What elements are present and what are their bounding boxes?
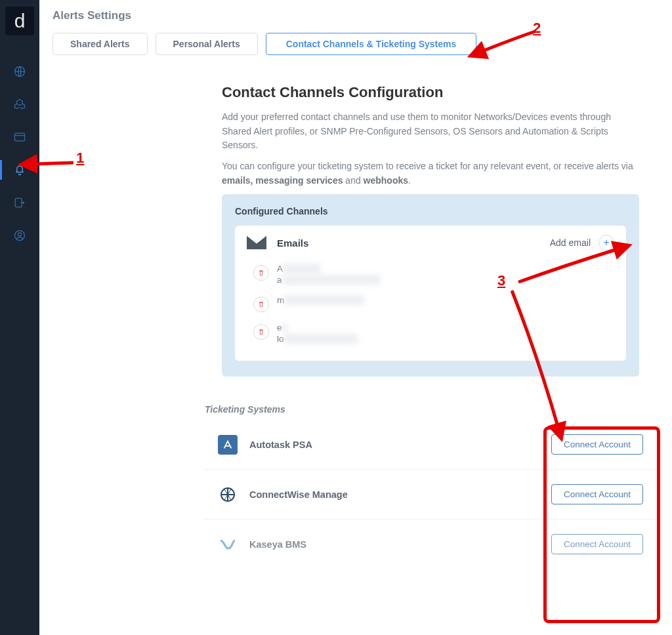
ticketing-heading: Ticketing Systems bbox=[205, 404, 658, 415]
sidebar-item-dashboard[interactable] bbox=[0, 121, 39, 154]
delete-email-button[interactable] bbox=[253, 324, 269, 340]
sidebar-item-account[interactable] bbox=[0, 219, 39, 252]
cubes-icon bbox=[13, 98, 26, 111]
annotation-3: 3 bbox=[497, 272, 505, 289]
tab-contact-channels[interactable]: Contact Channels & Ticketing Systems bbox=[266, 33, 477, 55]
device-arrow-icon bbox=[13, 196, 26, 209]
trash-icon bbox=[257, 300, 265, 308]
config-para-2: You can configure your ticketing system … bbox=[222, 159, 639, 188]
connectwise-icon bbox=[218, 485, 238, 504]
sidebar: d bbox=[0, 0, 39, 635]
ticketing-name: ConnectWise Manage bbox=[249, 489, 348, 500]
kaseya-icon bbox=[218, 535, 238, 554]
emails-label: Emails bbox=[277, 237, 308, 249]
user-circle-icon bbox=[13, 229, 26, 242]
delete-email-button[interactable] bbox=[253, 265, 269, 281]
configured-title: Configured Channels bbox=[235, 206, 626, 216]
arrow-3a bbox=[505, 243, 637, 289]
annotation-2: 2 bbox=[533, 20, 541, 37]
trash-icon bbox=[257, 269, 265, 277]
annotation-box-3 bbox=[543, 426, 660, 623]
bell-icon bbox=[13, 163, 26, 176]
dashboard-icon bbox=[13, 131, 26, 144]
sidebar-item-export[interactable] bbox=[0, 186, 39, 219]
config-card: Contact Channels Configuration Add your … bbox=[203, 67, 658, 388]
trash-icon bbox=[257, 328, 265, 336]
arrow-1 bbox=[26, 151, 79, 171]
tab-personal-alerts[interactable]: Personal Alerts bbox=[156, 33, 258, 55]
app-logo[interactable]: d bbox=[5, 7, 34, 35]
ticketing-name: Autotask PSA bbox=[249, 440, 312, 450]
globe-icon bbox=[13, 65, 26, 78]
ticketing-name: Kaseya BMS bbox=[249, 539, 306, 550]
svg-point-4 bbox=[18, 233, 22, 236]
config-heading: Contact Channels Configuration bbox=[222, 84, 639, 101]
sidebar-item-home[interactable] bbox=[0, 55, 39, 88]
tabs: Shared Alerts Personal Alerts Contact Ch… bbox=[52, 33, 659, 55]
delete-email-button[interactable] bbox=[253, 297, 269, 312]
page-title: Alerts Settings bbox=[52, 9, 659, 22]
config-para-1: Add your preferred contact channels and … bbox=[222, 110, 639, 153]
envelope-icon bbox=[247, 236, 266, 249]
annotation-1: 1 bbox=[76, 150, 84, 167]
arrow-3b bbox=[505, 285, 584, 436]
svg-rect-1 bbox=[15, 133, 25, 141]
tab-shared-alerts[interactable]: Shared Alerts bbox=[52, 33, 148, 55]
sidebar-item-cubes[interactable] bbox=[0, 88, 39, 121]
svg-line-7 bbox=[34, 163, 74, 164]
autotask-icon bbox=[218, 435, 238, 455]
